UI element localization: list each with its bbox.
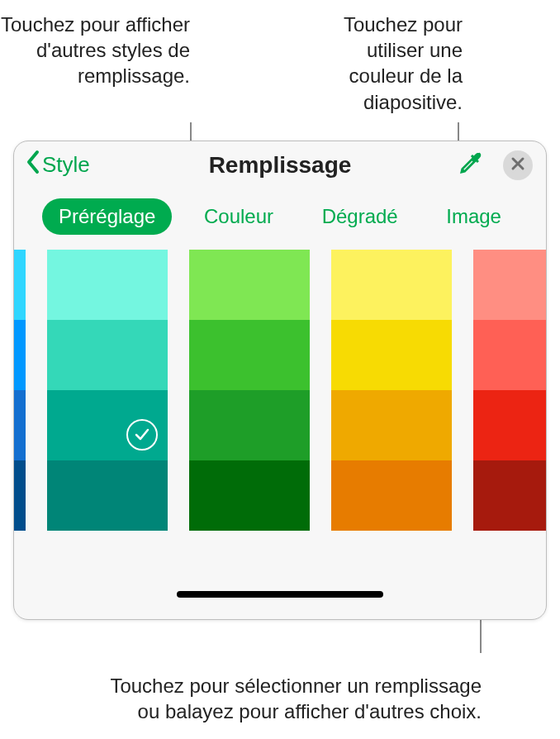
chevron-left-icon [26,150,40,180]
back-button[interactable]: Style [26,150,90,180]
fill-style-tabs: Préréglage Couleur Dégradé Image [14,188,546,250]
swatch[interactable] [331,460,452,531]
close-button[interactable] [503,150,533,180]
swatch[interactable] [331,250,452,320]
swatch[interactable] [14,460,26,531]
tab-image[interactable]: Image [429,198,518,235]
popover-header: Style Remplissage [14,141,546,188]
swatch[interactable] [47,250,168,320]
swatch[interactable] [47,460,168,531]
swatch-column [189,250,310,546]
swatch[interactable] [189,460,310,531]
swatch[interactable] [47,390,168,460]
annotation-bottom: Touchez pour sélectionner un remplissage… [85,673,482,724]
swatch[interactable] [473,460,546,531]
swatch[interactable] [14,320,26,390]
fill-popover: Style Remplissage Préréglage Couleur Dég… [13,141,547,620]
swatch[interactable] [473,320,546,390]
swatch[interactable] [473,390,546,460]
close-icon [510,156,525,174]
swatch[interactable] [14,390,26,460]
swatch[interactable] [189,320,310,390]
tab-color[interactable]: Couleur [187,198,290,235]
swatch[interactable] [331,320,452,390]
swatch[interactable] [189,250,310,320]
tab-gradient[interactable]: Dégradé [306,198,415,235]
eyedropper-icon [457,165,483,179]
swatch-scroll-area[interactable] [14,250,546,546]
swatch-column [14,250,26,546]
eyedropper-button[interactable] [457,150,483,180]
swatch[interactable] [189,390,310,460]
annotation-top-left: Touchez pour afficher d'autres styles de… [0,12,190,89]
swatch[interactable] [473,250,546,320]
annotation-top-right: Touchez pour utiliser une couleur de la … [306,12,463,115]
drag-handle[interactable] [177,591,383,598]
swatch-column [331,250,452,546]
swatch[interactable] [331,390,452,460]
swatch[interactable] [14,250,26,320]
back-label: Style [42,152,90,178]
selected-check-icon [126,419,158,451]
swatch-column [47,250,168,546]
swatch-column [473,250,546,546]
tab-preset[interactable]: Préréglage [42,198,172,235]
swatch[interactable] [47,320,168,390]
panel-title: Remplissage [209,152,352,179]
